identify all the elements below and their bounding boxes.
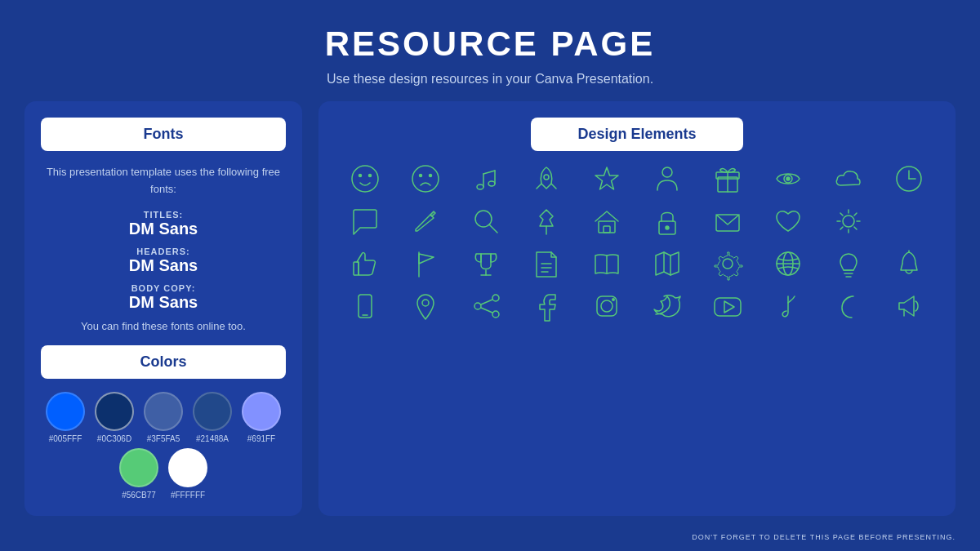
icons-grid [338,161,936,324]
color-circle [95,392,134,431]
left-panel: Fonts This presentation template uses th… [24,101,302,516]
icon-search [459,203,513,239]
color-item: #0C306D [95,392,134,443]
svg-point-0 [352,166,378,192]
icon-cloud [822,161,875,197]
svg-point-61 [492,311,499,318]
svg-point-6 [477,184,483,189]
icon-eye [761,161,815,197]
color-circle [193,392,232,431]
color-item: #21488A [193,392,232,443]
icon-share [459,288,513,324]
svg-line-38 [840,227,843,229]
icon-music [459,161,513,197]
svg-point-18 [786,177,790,180]
colors-header: Colors [41,345,286,379]
icon-map [640,246,694,282]
icon-facebook [519,288,573,324]
color-item: #691FF [242,392,281,443]
icon-flag [399,246,452,282]
svg-point-4 [420,175,422,177]
color-circle-white [168,448,207,487]
icon-phone [338,288,392,324]
color-item-green: #56CB77 [119,448,158,500]
svg-marker-12 [595,167,618,189]
svg-rect-26 [604,226,610,233]
svg-point-62 [474,303,481,309]
svg-line-35 [840,213,843,216]
svg-line-63 [481,300,492,304]
icon-thumbsup [338,246,392,282]
font-entry-headers: HEADERS: DM Sans [41,247,286,275]
icon-youtube [701,288,755,324]
icon-location [399,288,452,324]
icon-star [580,161,634,197]
svg-point-3 [412,166,439,192]
color-item: #005FFF [46,392,85,443]
svg-point-67 [612,298,615,301]
icon-instagram [580,288,634,324]
svg-point-2 [369,175,372,177]
svg-point-59 [422,300,429,306]
icon-lock [640,203,694,239]
icon-smiley [338,161,392,197]
icon-sad [399,161,452,197]
icon-moon [822,288,875,324]
icon-trophy [459,246,513,282]
svg-line-64 [481,308,492,313]
fonts-note: You can find these fonts online too. [41,320,286,332]
icon-chat [338,203,392,239]
color-item-white: #FFFFFF [168,448,207,500]
svg-point-11 [544,175,549,180]
svg-rect-57 [359,295,372,318]
icon-placeholder [882,203,936,239]
color-item: #3F5FA5 [144,392,183,443]
page-title: RESOURCE PAGE [0,0,980,64]
icon-tiktok [761,288,815,324]
svg-point-1 [359,175,362,177]
svg-rect-39 [354,262,359,275]
icon-bell [882,246,936,282]
color-circle [144,392,183,431]
icon-document [519,246,573,282]
icon-rocket [519,161,573,197]
icon-clock [882,161,936,197]
svg-line-23 [489,224,497,233]
font-entry-body: BODY COPY: DM Sans [41,283,286,312]
color-circle-green [119,448,158,487]
svg-point-5 [430,175,432,177]
fonts-description: This presentation template uses the foll… [41,164,286,198]
icon-heart [761,203,815,239]
color-circle [46,392,85,431]
icon-globe [761,246,815,282]
svg-point-60 [492,295,499,301]
icon-pencil [399,203,452,239]
icon-mail [701,203,755,239]
icon-person [640,161,694,197]
svg-line-37 [854,213,857,216]
svg-point-7 [488,181,495,186]
svg-marker-69 [724,301,734,313]
svg-point-30 [843,216,854,227]
svg-point-28 [666,226,669,229]
icon-book [580,246,634,282]
svg-rect-25 [599,221,615,233]
icon-sun [822,203,875,239]
color-circle [242,392,281,431]
colors-row2: #56CB77 #FFFFFF [41,448,286,500]
colors-row1: #005FFF #0C306D #3F5FA5 #21488A #691FF [41,392,286,443]
footer-note: DON'T FORGET TO DELETE THIS PAGE BEFORE … [692,533,956,541]
icon-gift [701,161,755,197]
fonts-header: Fonts [41,118,286,151]
icon-pin [519,203,573,239]
page-subtitle: Use these design resources in your Canva… [0,72,980,87]
icon-bulb [822,246,875,282]
icon-megaphone [882,288,936,324]
svg-point-66 [601,300,612,312]
svg-line-36 [854,227,857,229]
svg-line-10 [483,171,495,174]
svg-point-49 [723,259,733,269]
svg-point-13 [662,167,672,177]
font-entry-titles: TITLES: DM Sans [41,210,286,238]
icon-twitter [640,288,694,324]
